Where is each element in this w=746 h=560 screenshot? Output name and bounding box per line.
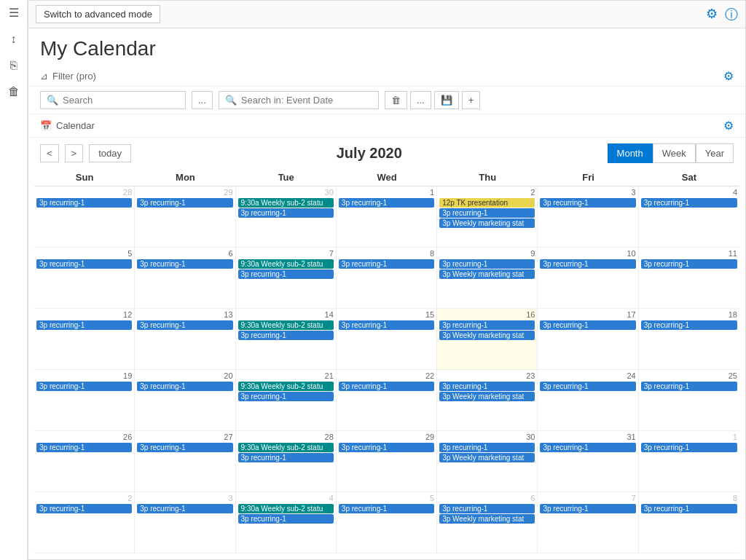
day-cell[interactable]: 149:30a Weekly sub-2 statu3p recurring-1 [236, 309, 337, 369]
next-month-button[interactable]: > [65, 144, 84, 162]
calendar-event[interactable]: 3p recurring-1 [339, 382, 434, 391]
calendar-event[interactable]: 3p recurring-1 [339, 198, 434, 208]
day-cell[interactable]: 103p recurring-1 [538, 248, 638, 308]
calendar-event[interactable]: 3p recurring-1 [339, 504, 434, 513]
day-cell[interactable]: 293p recurring-1 [135, 186, 235, 247]
today-button[interactable]: today [89, 144, 131, 162]
calendar-event[interactable]: 3p recurring-1 [36, 443, 132, 452]
day-cell[interactable]: 163p recurring-13p Weekly marketing stat [437, 309, 538, 369]
calendar-event[interactable]: 3p recurring-1 [641, 504, 737, 513]
sidebar-delete-icon[interactable]: 🗑 [8, 85, 20, 98]
search-input[interactable] [63, 95, 157, 106]
calendar-event[interactable]: 3p recurring-1 [238, 269, 334, 279]
calendar-event[interactable]: 3p recurring-1 [439, 320, 535, 330]
calendar-event[interactable]: 3p recurring-1 [339, 443, 434, 452]
day-cell[interactable]: 133p recurring-1 [135, 309, 235, 369]
calendar-event[interactable]: 3p recurring-1 [540, 320, 635, 330]
day-cell[interactable]: 303p recurring-13p Weekly marketing stat [437, 431, 538, 492]
day-cell[interactable]: 63p recurring-1 [135, 248, 235, 308]
search-ellipsis-button[interactable]: ... [192, 91, 213, 109]
add-filter-button[interactable]: + [462, 91, 481, 109]
calendar-event[interactable]: 3p recurring-1 [238, 331, 334, 340]
calendar-event[interactable]: 3p recurring-1 [540, 382, 635, 391]
day-cell[interactable]: 153p recurring-1 [337, 309, 437, 369]
calendar-event[interactable]: 3p recurring-1 [540, 259, 635, 269]
calendar-event[interactable]: 3p recurring-1 [540, 504, 635, 513]
sidebar-expand-icon[interactable]: ↕ [11, 33, 17, 46]
sidebar-copy-icon[interactable]: ⎘ [10, 59, 17, 72]
day-cell[interactable]: 219:30a Weekly sub-2 statu3p recurring-1 [236, 370, 337, 430]
calendar-event[interactable]: 9:30a Weekly sub-2 statu [238, 504, 334, 513]
calendar-event[interactable]: 3p recurring-1 [137, 443, 232, 452]
calendar-event[interactable]: 3p recurring-1 [439, 259, 535, 269]
day-cell[interactable]: 23p recurring-1 [34, 492, 135, 553]
day-cell[interactable]: 43p recurring-1 [639, 186, 739, 247]
calendar-event[interactable]: 12p TK presentation [439, 198, 535, 208]
day-cell[interactable]: 33p recurring-1 [538, 186, 638, 247]
calendar-event[interactable]: 3p recurring-1 [439, 443, 535, 452]
day-cell[interactable]: 203p recurring-1 [135, 370, 235, 430]
day-cell[interactable]: 79:30a Weekly sub-2 statu3p recurring-1 [236, 248, 337, 308]
day-cell[interactable]: 53p recurring-1 [337, 492, 437, 553]
delete-filter-button[interactable]: 🗑 [385, 91, 407, 109]
gear-icon[interactable]: ⚙ [706, 6, 718, 23]
calendar-event[interactable]: 3p Weekly marketing stat [439, 453, 535, 462]
calendar-event[interactable]: 3p Weekly marketing stat [439, 218, 535, 228]
calendar-event[interactable]: 3p recurring-1 [36, 504, 132, 513]
day-cell[interactable]: 253p recurring-1 [639, 370, 739, 430]
calendar-settings-icon[interactable]: ⚙ [723, 119, 734, 133]
day-cell[interactable]: 113p recurring-1 [639, 248, 739, 308]
day-cell[interactable]: 273p recurring-1 [135, 431, 235, 492]
calendar-event[interactable]: 9:30a Weekly sub-2 statu [238, 443, 334, 452]
calendar-event[interactable]: 3p recurring-1 [238, 392, 334, 401]
day-cell[interactable]: 73p recurring-1 [538, 492, 638, 553]
calendar-event[interactable]: 3p recurring-1 [36, 259, 132, 269]
calendar-event[interactable]: 3p recurring-1 [36, 198, 132, 208]
day-cell[interactable]: 289:30a Weekly sub-2 statu3p recurring-1 [236, 431, 337, 492]
day-cell[interactable]: 63p recurring-13p Weekly marketing stat [437, 492, 538, 553]
day-cell[interactable]: 243p recurring-1 [538, 370, 638, 430]
calendar-event[interactable]: 3p recurring-1 [137, 198, 232, 208]
calendar-event[interactable]: 3p recurring-1 [641, 382, 737, 391]
day-cell[interactable]: 83p recurring-1 [639, 492, 739, 553]
advanced-mode-button[interactable]: Switch to advanced mode [36, 5, 160, 23]
day-cell[interactable]: 93p recurring-13p Weekly marketing stat [437, 248, 538, 308]
day-cell[interactable]: 173p recurring-1 [538, 309, 638, 369]
month-view-button[interactable]: Month [608, 143, 653, 163]
day-cell[interactable]: 223p recurring-1 [337, 370, 437, 430]
day-cell[interactable]: 233p recurring-13p Weekly marketing stat [437, 370, 538, 430]
day-cell[interactable]: 53p recurring-1 [34, 248, 135, 308]
search-event-input[interactable] [241, 95, 343, 106]
calendar-event[interactable]: 3p recurring-1 [238, 208, 334, 218]
filter-ellipsis-button[interactable]: ... [410, 91, 431, 109]
calendar-event[interactable]: 3p recurring-1 [439, 382, 535, 391]
day-cell[interactable]: 123p recurring-1 [34, 309, 135, 369]
calendar-event[interactable]: 3p recurring-1 [137, 259, 232, 269]
calendar-event[interactable]: 3p recurring-1 [439, 208, 535, 218]
calendar-event[interactable]: 9:30a Weekly sub-2 statu [238, 320, 334, 330]
day-cell[interactable]: 263p recurring-1 [34, 431, 135, 492]
calendar-event[interactable]: 3p recurring-1 [137, 320, 232, 330]
calendar-event[interactable]: 3p Weekly marketing stat [439, 392, 535, 401]
calendar-event[interactable]: 3p recurring-1 [641, 443, 737, 452]
calendar-event[interactable]: 3p Weekly marketing stat [439, 331, 535, 340]
calendar-event[interactable]: 9:30a Weekly sub-2 statu [238, 382, 334, 391]
calendar-event[interactable]: 9:30a Weekly sub-2 statu [238, 198, 334, 208]
calendar-event[interactable]: 3p Weekly marketing stat [439, 269, 535, 279]
year-view-button[interactable]: Year [696, 143, 734, 163]
day-cell[interactable]: 33p recurring-1 [135, 492, 235, 553]
day-cell[interactable]: 83p recurring-1 [337, 248, 437, 308]
calendar-event[interactable]: 3p recurring-1 [540, 198, 635, 208]
day-cell[interactable]: 183p recurring-1 [639, 309, 739, 369]
day-cell[interactable]: 313p recurring-1 [538, 431, 638, 492]
day-cell[interactable]: 212p TK presentation3p recurring-13p Wee… [437, 186, 538, 247]
calendar-event[interactable]: 3p Weekly marketing stat [439, 514, 535, 524]
day-cell[interactable]: 193p recurring-1 [34, 370, 135, 430]
calendar-event[interactable]: 3p recurring-1 [339, 259, 434, 269]
day-cell[interactable]: 49:30a Weekly sub-2 statu3p recurring-1 [236, 492, 337, 553]
calendar-event[interactable]: 3p recurring-1 [339, 320, 434, 330]
calendar-event[interactable]: 3p recurring-1 [137, 504, 232, 513]
calendar-event[interactable]: 3p recurring-1 [36, 382, 132, 391]
filter-settings-icon[interactable]: ⚙ [723, 69, 734, 83]
week-view-button[interactable]: Week [653, 143, 696, 163]
